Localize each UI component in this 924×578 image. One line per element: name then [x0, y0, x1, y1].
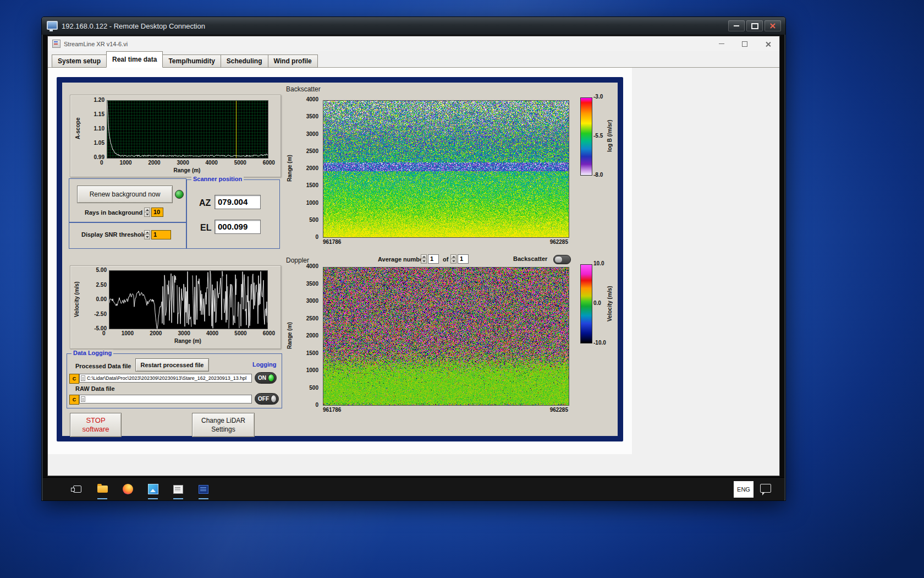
spin-down-icon[interactable]: [144, 235, 150, 239]
az-value-field[interactable]: 079.004: [215, 195, 261, 209]
backscatter-title: Backscatter: [286, 85, 321, 93]
backscatter-y-axis-label: Range (m): [287, 135, 293, 201]
x-end-label: 962285: [550, 239, 568, 245]
velocity-panel: Velocity (m/s) 5.00 2.50 0.00 -2.50 -5.0…: [70, 265, 281, 349]
rays-spinner[interactable]: [144, 208, 150, 217]
backscatter-doppler-toggle[interactable]: [553, 255, 571, 264]
spin-down-icon[interactable]: [421, 259, 427, 264]
spin-down-icon[interactable]: [450, 259, 457, 264]
el-value-field[interactable]: 000.099: [215, 220, 261, 234]
velocity-x-ticks: 0 1000 2000 3000 4000 5000 6000: [102, 330, 275, 336]
rdp-minimize-button[interactable]: [728, 20, 745, 31]
tab-wind-profile[interactable]: Wind profile: [268, 54, 318, 68]
ascope-y-axis-label: A-scope: [75, 100, 81, 157]
tab-system-setup[interactable]: System setup: [52, 54, 107, 68]
raw-drive-selector[interactable]: C: [69, 395, 79, 405]
tick-label: 1000: [306, 200, 318, 206]
renew-background-button[interactable]: Renew background now: [77, 186, 173, 203]
tick-label: 4000: [206, 160, 218, 166]
tick-label: 2500: [306, 149, 318, 154]
language-indicator[interactable]: ENG: [734, 481, 754, 498]
average-total-spinner[interactable]: [450, 254, 457, 264]
minimize-icon: [734, 25, 739, 26]
ascope-y-ticks: 1.20 1.15 1.10 1.05 0.99: [86, 97, 105, 160]
tick-label: 500: [309, 217, 318, 223]
processed-path-field[interactable]: C:\Lidar\Data\Proc\2023\202309\20230913\…: [79, 374, 252, 383]
tab-real-time-data[interactable]: Real time data: [106, 51, 163, 68]
snr-value-field[interactable]: 1: [151, 230, 171, 239]
tick-label: 1000: [119, 160, 131, 166]
raw-logging-toggle[interactable]: OFF: [255, 393, 279, 405]
app-titlebar[interactable]: StreamLine XR v14-6.vi: [48, 36, 779, 52]
toggle-on-label: ON: [258, 375, 266, 381]
average-number-spinner[interactable]: [421, 254, 427, 264]
photos-app-button[interactable]: [145, 478, 161, 500]
snr-spinner[interactable]: [144, 230, 150, 239]
notification-icon[interactable]: [760, 484, 771, 493]
tick-label: 4000: [306, 264, 318, 269]
tick-label: 0.00: [96, 297, 107, 302]
restart-processed-file-button[interactable]: Restart processed file: [135, 358, 209, 372]
rdp-titlebar[interactable]: 192.168.0.122 - Remote Desktop Connectio…: [42, 17, 785, 35]
backscatter-x-labels: 961786 962285: [323, 239, 568, 245]
tab-temp-humidity[interactable]: Temp/humidity: [162, 54, 221, 68]
background-status-led: [175, 190, 184, 199]
ascope-x-axis-label: Range (m): [107, 167, 267, 173]
rdp-maximize-button[interactable]: [746, 20, 763, 31]
tick-label: 4000: [306, 97, 318, 102]
running-indicator: [199, 498, 208, 499]
backscatter-colorbar-ticks: -3.0 -5.5 -8.0: [593, 94, 603, 178]
processed-logging-toggle[interactable]: ON: [255, 372, 277, 384]
tick-label: 0: [102, 330, 106, 336]
stop-software-button[interactable]: STOP software: [70, 413, 122, 437]
change-lidar-settings-button[interactable]: Change LiDAR Settings: [192, 413, 255, 437]
main-panel-frame: A-scope 1.20 1.15 1.10 1.05 0.99: [57, 77, 623, 441]
tick-label: -3.0: [593, 94, 603, 100]
app-close-button[interactable]: [756, 36, 779, 51]
ascope-x-ticks: 0 1000 2000 3000 4000 5000 6000: [100, 160, 275, 166]
tick-label: -8.0: [593, 172, 603, 178]
processed-drive-selector[interactable]: C: [69, 374, 79, 384]
snr-threshold-box: Display SNR threshold 1: [69, 222, 186, 249]
tick-label: 0: [100, 160, 103, 166]
rays-value-field[interactable]: 10: [151, 208, 163, 217]
tick-label: 2000: [150, 330, 162, 336]
spin-down-icon[interactable]: [144, 212, 150, 217]
app-list-button[interactable]: [196, 478, 211, 500]
velocity-plot: [109, 270, 268, 329]
backscatter-toggle-label: Backscatter: [513, 255, 547, 262]
tick-label: 5000: [234, 160, 246, 166]
file-explorer-button[interactable]: [95, 478, 110, 500]
backscatter-colorbar: [580, 97, 592, 176]
app-minimize-button[interactable]: [710, 36, 733, 51]
tab-scheduling[interactable]: Scheduling: [221, 54, 268, 68]
stop-line1: STOP: [86, 416, 105, 425]
firefox-button[interactable]: [120, 478, 135, 500]
app-restore-button[interactable]: [733, 36, 756, 51]
ascope-panel: A-scope 1.20 1.15 1.10 1.05 0.99: [70, 95, 281, 177]
task-view-button[interactable]: [69, 478, 85, 500]
scan-scheduler-button[interactable]: [170, 478, 186, 500]
change-lidar-line1: Change LiDAR: [201, 416, 245, 425]
tick-label: 4000: [206, 330, 218, 336]
rdp-close-button[interactable]: [765, 20, 781, 31]
tick-label: -2.50: [94, 312, 107, 317]
front-panel: A-scope 1.20 1.15 1.10 1.05 0.99: [48, 68, 779, 476]
scanner-position-box: Scanner position AZ 079.004 EL 000.099: [186, 179, 280, 249]
running-indicator: [173, 498, 183, 499]
raw-path-field[interactable]: [79, 395, 252, 403]
average-total-field[interactable]: 1: [458, 254, 469, 264]
average-number-field[interactable]: 1: [428, 254, 439, 264]
tick-label: 1000: [306, 368, 318, 373]
processed-data-file-label: Processed Data file: [75, 363, 131, 369]
snr-threshold-label: Display SNR threshold: [81, 231, 147, 238]
tick-label: 6000: [263, 330, 275, 336]
tick-label: 3000: [178, 330, 190, 336]
tick-label: 5000: [234, 330, 246, 336]
tick-label: 0.0: [593, 301, 601, 306]
minimize-icon: [719, 43, 724, 45]
tick-label: 1.05: [94, 140, 105, 146]
running-indicator: [148, 498, 158, 499]
rdp-window-controls: [727, 20, 785, 31]
doppler-colorbar-ticks: 10.0 0.0 -10.0: [593, 261, 606, 346]
